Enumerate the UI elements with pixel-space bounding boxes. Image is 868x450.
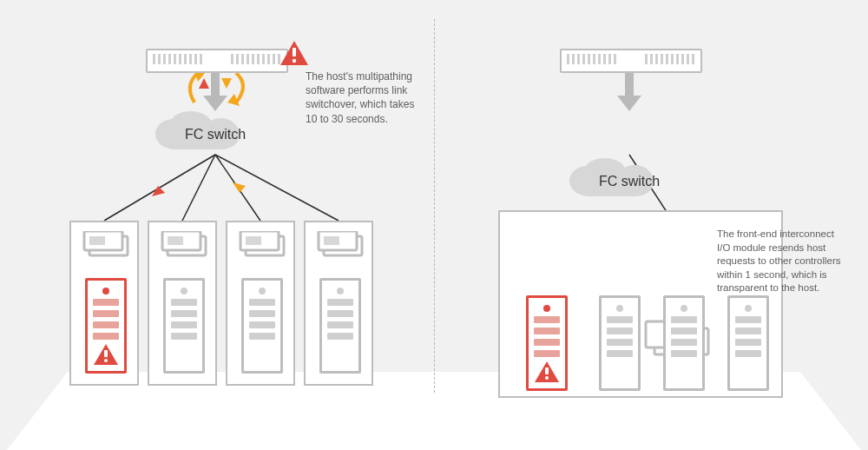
hba-module-icon [82, 231, 129, 257]
center-divider [434, 19, 435, 393]
alert-icon [534, 361, 560, 383]
svg-marker-2 [203, 96, 227, 111]
svg-rect-31 [293, 48, 296, 56]
left-fc-switch: FC switch [150, 111, 280, 158]
alert-icon [93, 343, 119, 366]
hba-module-icon [239, 231, 286, 257]
fc-switch-label: FC switch [564, 158, 694, 205]
svg-rect-35 [89, 236, 105, 245]
svg-marker-18 [617, 96, 641, 111]
svg-point-38 [104, 359, 108, 362]
svg-line-8 [182, 155, 215, 221]
controller-tower [663, 295, 705, 391]
svg-rect-47 [324, 236, 339, 245]
right-fc-switch: FC switch [564, 158, 694, 205]
rack-host-icon [560, 49, 702, 73]
controller-tower [241, 278, 283, 374]
svg-rect-44 [246, 236, 261, 245]
right-caption: The front-end interconnect I/O module re… [717, 228, 847, 295]
hba-module-icon [317, 231, 364, 257]
svg-point-32 [293, 59, 296, 63]
controller-tower-fault [526, 295, 568, 391]
left-enclosure-3 [226, 221, 295, 386]
left-host [146, 49, 288, 73]
controller-tower [319, 278, 361, 374]
svg-rect-1 [211, 71, 220, 96]
svg-rect-59 [545, 367, 549, 374]
svg-marker-11 [152, 186, 165, 196]
svg-rect-17 [625, 71, 634, 96]
right-host [560, 49, 702, 73]
alert-icon [279, 40, 309, 66]
svg-rect-37 [104, 350, 108, 357]
fc-switch-label: FC switch [150, 111, 280, 158]
svg-line-7 [104, 155, 215, 221]
left-enclosure-1 [69, 221, 139, 386]
left-enclosure-4 [304, 221, 373, 386]
svg-marker-4 [221, 78, 232, 89]
rack-host-icon [146, 49, 288, 73]
controller-tower [599, 295, 641, 391]
left-caption: The host's multipathing software perform… [306, 69, 427, 126]
svg-line-9 [215, 155, 260, 221]
svg-point-60 [545, 376, 549, 380]
controller-tower [163, 278, 205, 374]
controller-tower [727, 295, 769, 391]
hba-module-icon [161, 231, 207, 257]
svg-marker-6 [227, 94, 240, 106]
left-enclosure-2 [148, 221, 217, 386]
svg-line-10 [215, 155, 339, 221]
svg-rect-41 [168, 236, 183, 245]
controller-tower-fault [85, 278, 127, 374]
svg-marker-12 [233, 182, 246, 193]
svg-marker-3 [199, 78, 209, 89]
